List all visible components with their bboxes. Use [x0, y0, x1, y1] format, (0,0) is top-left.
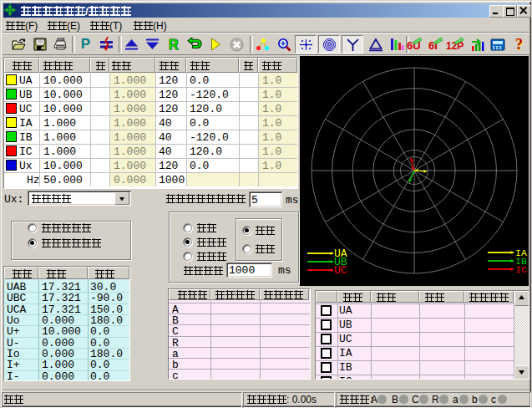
svg-text:12P: 12P [446, 40, 464, 52]
svg-text:R: R [169, 38, 179, 52]
svg-text:IC: IC [515, 264, 527, 275]
svg-text:UC: UC [334, 264, 347, 277]
